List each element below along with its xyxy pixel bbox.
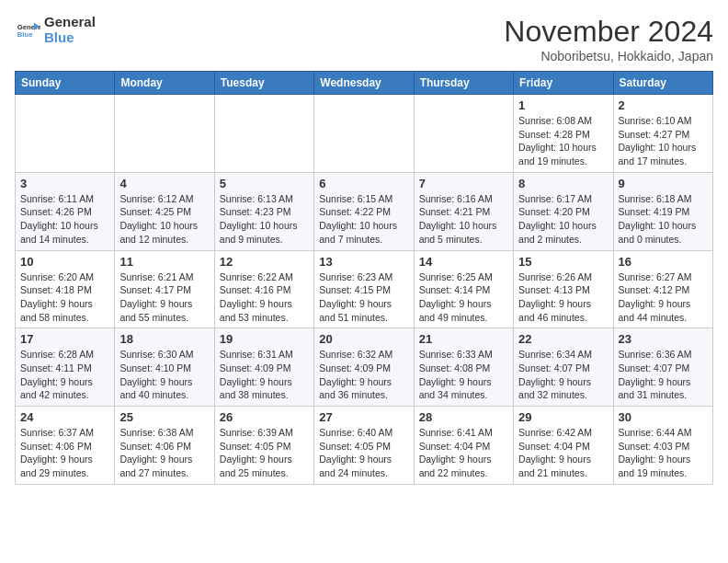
day-info: Sunrise: 6:31 AM Sunset: 4:09 PM Dayligh…: [220, 348, 309, 402]
day-info: Sunrise: 6:42 AM Sunset: 4:04 PM Dayligh…: [518, 426, 608, 480]
day-info: Sunrise: 6:33 AM Sunset: 4:08 PM Dayligh…: [419, 348, 508, 402]
day-info: Sunrise: 6:12 AM Sunset: 4:25 PM Dayligh…: [119, 192, 209, 247]
day-number: 5: [220, 177, 309, 190]
weekday-saturday: Saturday: [613, 72, 712, 95]
day-cell: 14Sunrise: 6:25 AM Sunset: 4:14 PM Dayli…: [414, 250, 513, 328]
day-number: 6: [319, 177, 408, 190]
day-number: 3: [20, 177, 109, 190]
day-cell: 1Sunrise: 6:08 AM Sunset: 4:28 PM Daylig…: [514, 95, 613, 173]
day-cell: [115, 95, 214, 173]
day-info: Sunrise: 6:26 AM Sunset: 4:13 PM Dayligh…: [518, 270, 608, 325]
day-info: Sunrise: 6:13 AM Sunset: 4:23 PM Dayligh…: [220, 192, 309, 247]
weekday-monday: Monday: [115, 72, 214, 95]
day-info: Sunrise: 6:21 AM Sunset: 4:17 PM Dayligh…: [119, 270, 209, 325]
logo: General Blue General Blue: [15, 15, 96, 45]
day-number: 14: [419, 255, 508, 269]
page-header: General Blue General Blue November 2024 …: [15, 15, 713, 63]
day-cell: 6Sunrise: 6:15 AM Sunset: 4:22 PM Daylig…: [314, 172, 414, 250]
day-cell: 19Sunrise: 6:31 AM Sunset: 4:09 PM Dayli…: [214, 328, 313, 407]
calendar-table: SundayMondayTuesdayWednesdayThursdayFrid…: [15, 71, 713, 485]
day-cell: 3Sunrise: 6:11 AM Sunset: 4:26 PM Daylig…: [16, 172, 115, 250]
day-number: 29: [518, 410, 608, 424]
logo-text: General Blue: [44, 15, 96, 45]
day-number: 15: [518, 255, 608, 269]
day-cell: [214, 95, 313, 173]
day-number: 11: [119, 255, 209, 269]
day-info: Sunrise: 6:36 AM Sunset: 4:07 PM Dayligh…: [619, 348, 708, 402]
day-cell: 20Sunrise: 6:32 AM Sunset: 4:09 PM Dayli…: [314, 328, 414, 407]
week-row-3: 10Sunrise: 6:20 AM Sunset: 4:18 PM Dayli…: [16, 250, 713, 328]
day-info: Sunrise: 6:41 AM Sunset: 4:04 PM Dayligh…: [419, 426, 508, 480]
day-number: 12: [220, 255, 309, 269]
day-number: 22: [518, 332, 608, 346]
day-number: 9: [619, 177, 708, 190]
day-cell: 30Sunrise: 6:44 AM Sunset: 4:03 PM Dayli…: [613, 407, 712, 485]
day-number: 19: [220, 332, 309, 346]
day-cell: 28Sunrise: 6:41 AM Sunset: 4:04 PM Dayli…: [414, 407, 513, 485]
day-info: Sunrise: 6:34 AM Sunset: 4:07 PM Dayligh…: [518, 348, 608, 402]
day-info: Sunrise: 6:16 AM Sunset: 4:21 PM Dayligh…: [419, 192, 508, 247]
day-cell: 29Sunrise: 6:42 AM Sunset: 4:04 PM Dayli…: [514, 407, 613, 485]
svg-text:Blue: Blue: [17, 30, 33, 39]
day-number: 13: [319, 255, 408, 269]
day-cell: 26Sunrise: 6:39 AM Sunset: 4:05 PM Dayli…: [214, 407, 313, 485]
weekday-friday: Friday: [514, 72, 613, 95]
week-row-1: 1Sunrise: 6:08 AM Sunset: 4:28 PM Daylig…: [16, 95, 713, 173]
day-info: Sunrise: 6:44 AM Sunset: 4:03 PM Dayligh…: [619, 426, 708, 480]
day-info: Sunrise: 6:30 AM Sunset: 4:10 PM Dayligh…: [119, 348, 209, 402]
day-number: 21: [419, 332, 508, 346]
day-info: Sunrise: 6:10 AM Sunset: 4:27 PM Dayligh…: [619, 114, 708, 168]
day-info: Sunrise: 6:28 AM Sunset: 4:11 PM Dayligh…: [20, 348, 109, 402]
day-cell: 21Sunrise: 6:33 AM Sunset: 4:08 PM Dayli…: [414, 328, 513, 407]
day-number: 24: [20, 410, 109, 424]
day-info: Sunrise: 6:11 AM Sunset: 4:26 PM Dayligh…: [20, 192, 109, 247]
day-cell: [414, 95, 513, 173]
day-number: 1: [518, 98, 608, 112]
day-cell: 24Sunrise: 6:37 AM Sunset: 4:06 PM Dayli…: [16, 407, 115, 485]
day-cell: 27Sunrise: 6:40 AM Sunset: 4:05 PM Dayli…: [314, 407, 414, 485]
day-cell: 18Sunrise: 6:30 AM Sunset: 4:10 PM Dayli…: [115, 328, 214, 407]
day-number: 17: [20, 332, 109, 346]
day-info: Sunrise: 6:25 AM Sunset: 4:14 PM Dayligh…: [419, 270, 508, 325]
day-cell: 15Sunrise: 6:26 AM Sunset: 4:13 PM Dayli…: [514, 250, 613, 328]
day-number: 26: [220, 410, 309, 424]
day-cell: 5Sunrise: 6:13 AM Sunset: 4:23 PM Daylig…: [214, 172, 313, 250]
day-number: 10: [20, 255, 109, 269]
day-cell: 16Sunrise: 6:27 AM Sunset: 4:12 PM Dayli…: [613, 250, 712, 328]
logo-icon: General Blue: [15, 17, 40, 43]
title-block: November 2024 Noboribetsu, Hokkaido, Jap…: [504, 15, 713, 63]
day-info: Sunrise: 6:18 AM Sunset: 4:19 PM Dayligh…: [619, 192, 708, 247]
day-cell: 13Sunrise: 6:23 AM Sunset: 4:15 PM Dayli…: [314, 250, 414, 328]
day-info: Sunrise: 6:27 AM Sunset: 4:12 PM Dayligh…: [619, 270, 708, 325]
weekday-header-row: SundayMondayTuesdayWednesdayThursdayFrid…: [16, 72, 713, 95]
day-info: Sunrise: 6:40 AM Sunset: 4:05 PM Dayligh…: [319, 426, 408, 480]
day-cell: 4Sunrise: 6:12 AM Sunset: 4:25 PM Daylig…: [115, 172, 214, 250]
day-number: 28: [419, 410, 508, 424]
day-info: Sunrise: 6:20 AM Sunset: 4:18 PM Dayligh…: [20, 270, 109, 325]
day-number: 25: [119, 410, 209, 424]
day-cell: 11Sunrise: 6:21 AM Sunset: 4:17 PM Dayli…: [115, 250, 214, 328]
day-cell: [314, 95, 414, 173]
weekday-thursday: Thursday: [414, 72, 513, 95]
day-number: 23: [619, 332, 708, 346]
day-info: Sunrise: 6:22 AM Sunset: 4:16 PM Dayligh…: [220, 270, 309, 325]
day-info: Sunrise: 6:32 AM Sunset: 4:09 PM Dayligh…: [319, 348, 408, 402]
day-info: Sunrise: 6:39 AM Sunset: 4:05 PM Dayligh…: [220, 426, 309, 480]
weekday-wednesday: Wednesday: [314, 72, 414, 95]
day-cell: 7Sunrise: 6:16 AM Sunset: 4:21 PM Daylig…: [414, 172, 513, 250]
day-number: 7: [419, 177, 508, 190]
day-cell: 10Sunrise: 6:20 AM Sunset: 4:18 PM Dayli…: [16, 250, 115, 328]
location: Noboribetsu, Hokkaido, Japan: [504, 49, 713, 63]
week-row-2: 3Sunrise: 6:11 AM Sunset: 4:26 PM Daylig…: [16, 172, 713, 250]
weekday-tuesday: Tuesday: [214, 72, 313, 95]
day-cell: 12Sunrise: 6:22 AM Sunset: 4:16 PM Dayli…: [214, 250, 313, 328]
day-info: Sunrise: 6:23 AM Sunset: 4:15 PM Dayligh…: [319, 270, 408, 325]
day-info: Sunrise: 6:08 AM Sunset: 4:28 PM Dayligh…: [518, 114, 608, 168]
day-number: 30: [619, 410, 708, 424]
day-cell: 17Sunrise: 6:28 AM Sunset: 4:11 PM Dayli…: [16, 328, 115, 407]
day-cell: [16, 95, 115, 173]
day-cell: 8Sunrise: 6:17 AM Sunset: 4:20 PM Daylig…: [514, 172, 613, 250]
week-row-5: 24Sunrise: 6:37 AM Sunset: 4:06 PM Dayli…: [16, 407, 713, 485]
day-info: Sunrise: 6:15 AM Sunset: 4:22 PM Dayligh…: [319, 192, 408, 247]
day-number: 20: [319, 332, 408, 346]
